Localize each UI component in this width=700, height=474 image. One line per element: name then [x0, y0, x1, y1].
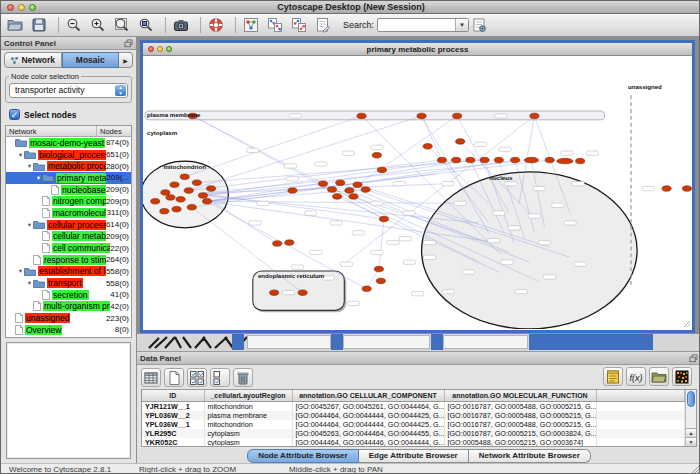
- scroll-up-icon[interactable]: ▲: [686, 428, 696, 437]
- network-node[interactable]: [480, 157, 489, 162]
- network-node[interactable]: [361, 187, 370, 192]
- network-node[interactable]: [682, 186, 691, 191]
- network-node[interactable]: [176, 197, 185, 202]
- annotation-notes-icon[interactable]: [603, 367, 623, 386]
- zoom-in-icon[interactable]: [89, 15, 111, 35]
- table-cell[interactable]: YKR052C: [142, 438, 204, 447]
- network-node[interactable]: [557, 158, 573, 163]
- new-attribute-icon[interactable]: [164, 368, 184, 387]
- table-row[interactable]: YKR052Ccytoplasm[GO:0044464, GO:0044446,…: [142, 438, 685, 447]
- network-node[interactable]: [576, 158, 585, 163]
- table-cell[interactable]: [GO:0016787, GO:0005488, GO:0005215, G..…: [444, 411, 596, 420]
- network-tree-row[interactable]: mosaic-demo-yeast874(0): [6, 137, 131, 149]
- resize-grip-icon[interactable]: [691, 465, 700, 474]
- tree-expand-icon[interactable]: ▼: [26, 222, 33, 228]
- network-node[interactable]: [345, 188, 354, 193]
- network-node[interactable]: [494, 157, 503, 162]
- float-window-icon[interactable]: [689, 354, 698, 363]
- table-cell[interactable]: [GO:0005488, GO:0005215, GO:0003674]: [444, 438, 596, 447]
- table-cell[interactable]: [GO:0016787, GO:0005488, GO:0005215, G..…: [444, 420, 596, 429]
- network-edge[interactable]: [192, 207, 303, 292]
- delete-attribute-icon[interactable]: [233, 368, 253, 387]
- tree-expand-icon[interactable]: ▼: [35, 175, 42, 181]
- table-scrollbar[interactable]: ▲ ▼: [685, 390, 696, 446]
- table-column-header[interactable]: annotation.GO CELLULAR_COMPONENT: [292, 390, 444, 401]
- table-row[interactable]: YLR295Ccytoplasm[GO:0045263, GO:0044464,…: [142, 429, 685, 438]
- network-node[interactable]: [437, 157, 446, 162]
- annotation-icon[interactable]: [314, 15, 336, 35]
- birds-eye-view[interactable]: [6, 342, 131, 459]
- network-tree-row[interactable]: nucleobase-209(0): [6, 184, 131, 196]
- network-node[interactable]: [456, 139, 465, 144]
- network-node[interactable]: [511, 157, 520, 162]
- network-view-window[interactable]: primary metabolic process plasma membran…: [140, 40, 695, 333]
- layout-icon[interactable]: [242, 15, 264, 35]
- search-options-icon[interactable]: [470, 15, 492, 35]
- table-cell[interactable]: mitochondrion: [204, 401, 292, 411]
- table-cell[interactable]: [GO:0044464, GO:0044444, GO:0044425, G..…: [292, 420, 444, 429]
- network-tree-row[interactable]: ▼biological_process651(0): [6, 149, 131, 161]
- network-tree-row[interactable]: ▼metabolic process280(0): [6, 160, 131, 172]
- help-ring-icon[interactable]: [207, 15, 229, 35]
- table-cell[interactable]: YPL036W__1: [142, 420, 204, 429]
- tree-expand-icon[interactable]: ▼: [17, 152, 24, 158]
- tab-node-attribute-browser[interactable]: Node Attribute Browser: [247, 449, 359, 463]
- network-node[interactable]: [333, 194, 342, 199]
- network-node[interactable]: [285, 240, 294, 245]
- search-input[interactable]: [379, 19, 455, 31]
- network-node[interactable]: [318, 181, 327, 186]
- network-edge[interactable]: [422, 116, 442, 160]
- scrollbar-thumb[interactable]: [687, 391, 695, 407]
- select-nodes-checkbox[interactable]: ✓: [9, 109, 20, 120]
- float-window-icon[interactable]: [124, 39, 133, 48]
- save-icon[interactable]: [30, 15, 52, 35]
- network-node[interactable]: [184, 188, 193, 193]
- nucleus-compartment[interactable]: [422, 172, 638, 329]
- network-tree-row[interactable]: ▼transport558(0): [6, 277, 131, 289]
- table-cell[interactable]: mitochondrion: [204, 447, 292, 448]
- zoom-selected-icon[interactable]: [137, 15, 159, 35]
- network-node[interactable]: [452, 157, 461, 162]
- zoom-fit-icon[interactable]: [113, 15, 135, 35]
- network-node[interactable]: [374, 266, 383, 271]
- network-tree-row[interactable]: macromolecule311(0): [6, 207, 131, 219]
- network-node[interactable]: [198, 193, 207, 198]
- tab-network-attribute-browser[interactable]: Network Attribute Browser: [469, 449, 591, 463]
- table-cell[interactable]: YJR121W__1: [142, 401, 204, 411]
- network-edge[interactable]: [189, 116, 422, 191]
- merge-networks-icon[interactable]: [266, 15, 288, 35]
- network-tree-row[interactable]: nitrogen compo209(0): [6, 195, 131, 207]
- table-column-header[interactable]: _cellularLayoutRegion: [204, 390, 292, 401]
- background-window-frame[interactable]: [529, 334, 653, 350]
- network-node[interactable]: [545, 157, 554, 162]
- network-node[interactable]: [180, 174, 189, 179]
- network-node[interactable]: [357, 113, 366, 118]
- network-node[interactable]: [376, 278, 385, 283]
- unselect-attributes-icon[interactable]: [210, 368, 230, 387]
- network-node[interactable]: [336, 180, 345, 185]
- matrix-icon[interactable]: [672, 367, 692, 386]
- network-node[interactable]: [349, 194, 358, 199]
- import-attributes-icon[interactable]: [649, 367, 669, 386]
- minimize-view-icon[interactable]: [157, 46, 163, 52]
- network-node[interactable]: [524, 157, 538, 162]
- zoom-out-icon[interactable]: [65, 15, 87, 35]
- table-cell[interactable]: [GO:0044464, GO:0044444, GO:0044425, G..…: [292, 447, 444, 448]
- network-tree-row[interactable]: secretion41(0): [6, 289, 131, 301]
- table-cell[interactable]: YLR295C: [142, 429, 204, 438]
- more-tabs-button[interactable]: ▶: [119, 52, 133, 68]
- network-tree-row[interactable]: cellular metabo209(0): [6, 231, 131, 243]
- network-edge[interactable]: [207, 174, 438, 201]
- network-edge[interactable]: [349, 116, 457, 191]
- tree-expand-icon[interactable]: ▼: [17, 268, 24, 274]
- tab-network[interactable]: Network: [4, 52, 62, 68]
- table-cell[interactable]: [GO:0016787, GO:0005488, GO:0005215, G..…: [444, 447, 596, 448]
- background-window-segment[interactable]: [343, 335, 430, 349]
- close-window-icon[interactable]: [7, 4, 14, 11]
- network-edge[interactable]: [185, 116, 362, 177]
- tree-expand-icon[interactable]: ▼: [26, 280, 33, 286]
- network-node[interactable]: [202, 199, 211, 204]
- resize-grip-icon[interactable]: [683, 320, 691, 328]
- select-attributes-icon[interactable]: [187, 368, 207, 387]
- table-cell[interactable]: YPL036W__2: [142, 411, 204, 420]
